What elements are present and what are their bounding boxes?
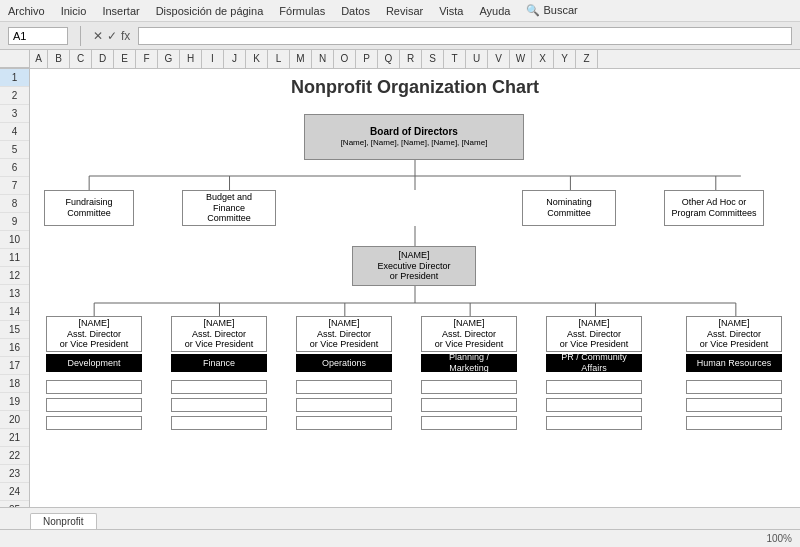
col-header-o[interactable]: O (334, 50, 356, 68)
row-4[interactable]: 4 (0, 123, 29, 141)
col-header-b[interactable]: B (48, 50, 70, 68)
col-header-p[interactable]: P (356, 50, 378, 68)
row-headers: 1 2 3 4 5 6 7 8 9 10 11 12 13 14 15 16 1… (0, 69, 30, 507)
row-8[interactable]: 8 (0, 195, 29, 213)
asst3-sub3 (296, 416, 392, 430)
col-header-v[interactable]: V (488, 50, 510, 68)
row-17[interactable]: 17 (0, 357, 29, 375)
row-5[interactable]: 5 (0, 141, 29, 159)
asst2-sub1 (171, 380, 267, 394)
col-header-n[interactable]: N (312, 50, 334, 68)
col-header-f[interactable]: F (136, 50, 158, 68)
tab-nonprofit[interactable]: Nonprofit (30, 513, 97, 529)
asst5-sub2 (546, 398, 642, 412)
adhoc-box: Other Ad Hoc orProgram Committees (664, 190, 764, 226)
menu-datos[interactable]: Datos (341, 5, 370, 17)
row-22[interactable]: 22 (0, 447, 29, 465)
column-headers: A B C D E F G H I J K L M N O P Q R S T … (0, 50, 800, 69)
asst2-dept-box: Finance (171, 354, 267, 372)
asst1-sub3 (46, 416, 142, 430)
org-chart: Board of Directors [Name], [Name], [Name… (34, 108, 796, 507)
col-header-u[interactable]: U (466, 50, 488, 68)
asst2-name-box: [NAME] Asst. Directoror Vice President (171, 316, 267, 352)
asst2-sub2 (171, 398, 267, 412)
function-icon: fx (121, 29, 130, 43)
menu-ayuda[interactable]: Ayuda (479, 5, 510, 17)
cancel-icon: ✕ (93, 29, 103, 43)
menu-inicio[interactable]: Inicio (61, 5, 87, 17)
row-10[interactable]: 10 (0, 231, 29, 249)
row-13[interactable]: 13 (0, 285, 29, 303)
menu-archivo[interactable]: Archivo (8, 5, 45, 17)
formula-input[interactable] (138, 27, 792, 45)
menu-revisar[interactable]: Revisar (386, 5, 423, 17)
col-header-r[interactable]: R (400, 50, 422, 68)
col-header-i[interactable]: I (202, 50, 224, 68)
asst6-dept-box: Human Resources (686, 354, 782, 372)
fundraising-box: FundraisingCommittee (44, 190, 134, 226)
menu-buscar[interactable]: 🔍 Buscar (526, 4, 577, 17)
asst5-sub3 (546, 416, 642, 430)
col-header-t[interactable]: T (444, 50, 466, 68)
col-header-a[interactable]: A (30, 50, 48, 68)
col-header-s[interactable]: S (422, 50, 444, 68)
row-11[interactable]: 11 (0, 249, 29, 267)
formula-icons: ✕ ✓ fx (93, 29, 130, 43)
col-header-w[interactable]: W (510, 50, 532, 68)
row-20[interactable]: 20 (0, 411, 29, 429)
asst1-dept-box: Development (46, 354, 142, 372)
row-3[interactable]: 3 (0, 105, 29, 123)
asst5-sub1 (546, 380, 642, 394)
col-header-k[interactable]: K (246, 50, 268, 68)
col-header-c[interactable]: C (70, 50, 92, 68)
row-15[interactable]: 15 (0, 321, 29, 339)
row-24[interactable]: 24 (0, 483, 29, 501)
col-header-g[interactable]: G (158, 50, 180, 68)
row-2[interactable]: 2 (0, 87, 29, 105)
row-7[interactable]: 7 (0, 177, 29, 195)
row-12[interactable]: 12 (0, 267, 29, 285)
asst3-name-box: [NAME] Asst. Directoror Vice President (296, 316, 392, 352)
executive-box: [NAME] Executive Directoror President (352, 246, 476, 286)
col-header-x[interactable]: X (532, 50, 554, 68)
col-header-y[interactable]: Y (554, 50, 576, 68)
asst4-dept-box: Planning /Marketing (421, 354, 517, 372)
row-23[interactable]: 23 (0, 465, 29, 483)
asst5-name-box: [NAME] Asst. Directoror Vice President (546, 316, 642, 352)
formula-bar: ✕ ✓ fx (0, 22, 800, 50)
menu-formulas[interactable]: Fórmulas (279, 5, 325, 17)
asst6-name-box: [NAME] Asst. Directoror Vice President (686, 316, 782, 352)
col-header-j[interactable]: J (224, 50, 246, 68)
asst3-sub2 (296, 398, 392, 412)
row-21[interactable]: 21 (0, 429, 29, 447)
chart-area: Nonprofit Organization Chart (30, 69, 800, 507)
asst1-name-box: [NAME] Asst. Directoror Vice President (46, 316, 142, 352)
zoom-info: 100% (766, 533, 792, 544)
col-header-q[interactable]: Q (378, 50, 400, 68)
col-header-h[interactable]: H (180, 50, 202, 68)
menu-vista[interactable]: Vista (439, 5, 463, 17)
asst1-sub1 (46, 380, 142, 394)
connector-lines (34, 108, 796, 507)
budget-box: Budget andFinanceCommittee (182, 190, 276, 226)
tab-bar: Nonprofit (0, 507, 800, 529)
row-14[interactable]: 14 (0, 303, 29, 321)
status-bar: 100% (0, 529, 800, 547)
cell-name-box[interactable] (8, 27, 68, 45)
col-header-l[interactable]: L (268, 50, 290, 68)
col-header-e[interactable]: E (114, 50, 136, 68)
nominating-box: NominatingCommittee (522, 190, 616, 226)
row-6[interactable]: 6 (0, 159, 29, 177)
menu-disposicion[interactable]: Disposición de página (156, 5, 264, 17)
row-19[interactable]: 19 (0, 393, 29, 411)
row-9[interactable]: 9 (0, 213, 29, 231)
row-18[interactable]: 18 (0, 375, 29, 393)
asst6-sub1 (686, 380, 782, 394)
col-header-z[interactable]: Z (576, 50, 598, 68)
menu-insertar[interactable]: Insertar (102, 5, 139, 17)
row-16[interactable]: 16 (0, 339, 29, 357)
col-header-d[interactable]: D (92, 50, 114, 68)
asst4-sub2 (421, 398, 517, 412)
col-header-m[interactable]: M (290, 50, 312, 68)
row-1[interactable]: 1 (0, 69, 29, 87)
